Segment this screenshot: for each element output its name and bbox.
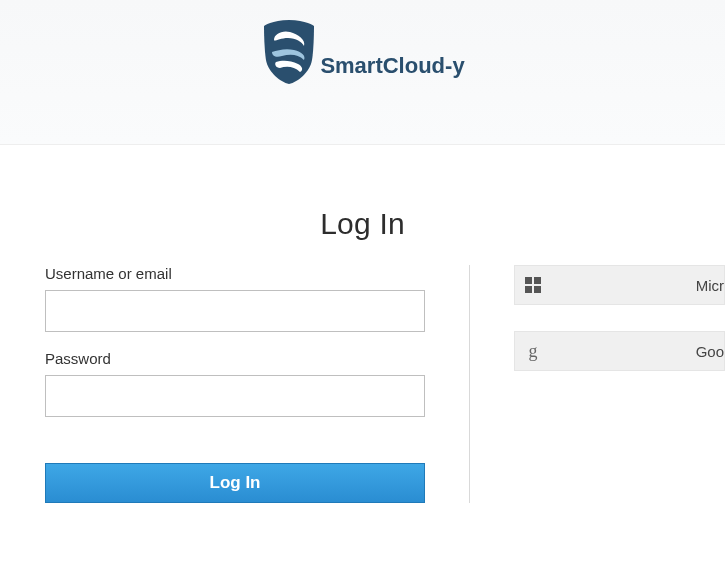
password-input[interactable] [45,375,425,417]
username-label: Username or email [45,265,425,282]
microsoft-login-button[interactable]: Micr [514,265,725,305]
google-label: Goo [551,343,724,360]
svg-rect-0 [525,277,532,284]
brand-shield-icon [260,18,318,86]
microsoft-label: Micr [551,277,724,294]
login-form: Username or email Password Log In [45,265,470,503]
header: SmartCloud-y [0,0,725,145]
brand-logo: SmartCloud-y [260,18,464,86]
svg-rect-1 [534,277,541,284]
username-input[interactable] [45,290,425,332]
windows-icon [515,277,551,293]
svg-rect-2 [525,286,532,293]
password-label: Password [45,350,425,367]
google-login-button[interactable]: g Goo [514,331,725,371]
page-title: Log In [0,207,725,241]
sso-providers: Micr g Goo [470,265,725,503]
brand-name: SmartCloud-y [320,53,464,79]
google-icon: g [515,341,551,362]
svg-rect-3 [534,286,541,293]
login-button[interactable]: Log In [45,463,425,503]
login-content: Username or email Password Log In Micr g [0,265,725,503]
